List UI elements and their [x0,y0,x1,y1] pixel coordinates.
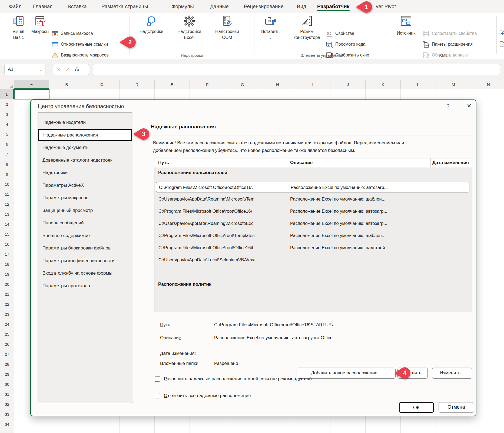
tab-review[interactable]: Рецензирование [244,0,284,12]
sidebar-item-6[interactable]: Параметры ActiveX [38,179,132,191]
column-header-B[interactable]: B [49,80,84,89]
column-header-N[interactable]: N [471,80,504,89]
active-cell-a1[interactable] [14,89,49,99]
row-header-15[interactable]: 15 [0,229,14,239]
row-header-20[interactable]: 20 [0,279,14,289]
column-header-G[interactable]: G [225,80,260,89]
tab-developer[interactable]: Разработчик [317,0,349,12]
row-header-18[interactable]: 18 [0,259,14,269]
row-header-9[interactable]: 9 [0,169,14,179]
sidebar-item-2[interactable]: Надежные расположения [38,129,132,141]
row-header-8[interactable]: 8 [0,159,14,169]
more-options-icon[interactable]: ⋮ [48,67,52,72]
addins-button[interactable]: Надстройки [135,15,168,55]
relative-references-button[interactable]: Относительные ссылки [51,40,108,49]
row-header-6[interactable]: 6 [0,139,14,149]
column-header-H[interactable]: H [260,80,295,89]
modify-button[interactable]: Изменить... [432,368,472,379]
sidebar-item-1[interactable]: Надежные издатели [38,116,132,128]
row-header-3[interactable]: 3 [0,109,14,119]
import-xml-icon[interactable]: <o> [499,41,504,48]
row-header-14[interactable]: 14 [0,219,14,229]
row-header-22[interactable]: 22 [0,299,14,309]
visual-basic-button[interactable]: Visual Basic [8,15,29,55]
sidebar-item-13[interactable]: Вход в службу на основе формы [38,267,132,279]
macros-button[interactable]: Макросы [30,15,51,55]
sidebar-item-11[interactable]: Параметры блокировки файлов [38,242,132,254]
row-header-27[interactable]: 27 [0,349,14,359]
sidebar-item-12[interactable]: Параметры конфиденциальности [38,255,132,267]
tab-home[interactable]: Главная [33,0,52,12]
row-header-33[interactable]: 33 [0,409,14,419]
row-header-21[interactable]: 21 [0,289,14,299]
row-header-26[interactable]: 26 [0,339,14,349]
tab-view[interactable]: Вид [297,0,306,12]
tab-file[interactable]: Файл [9,0,22,12]
view-code-button[interactable]: Просмотр кода [326,40,365,49]
row-header-4[interactable]: 4 [0,119,14,129]
sidebar-item-4[interactable]: Доверенные каталоги надстроек [38,154,132,166]
insert-controls-button[interactable]: Вставить ⌄ [257,15,284,55]
row-header-7[interactable]: 7 [0,149,14,159]
column-header-A[interactable]: A [14,80,49,89]
com-addins-button[interactable]: Надстройки COM [211,15,243,55]
column-header-date[interactable]: Дата изменения [432,158,469,167]
expansion-packs-button[interactable]: <o> Пакеты расширения [422,40,473,49]
row-header-32[interactable]: 32 [0,399,14,409]
column-header-L[interactable]: L [401,80,436,89]
row-header-25[interactable]: 25 [0,329,14,339]
table-row[interactable]: C:\Users\pavlo\AppData\Roaming\Microsoft… [156,194,469,205]
column-header-M[interactable]: M [436,80,471,89]
row-header-31[interactable]: 31 [0,389,14,399]
table-row[interactable]: C:\Users\pavlo\AppData\Local\SeleniumVBA… [156,255,469,265]
column-header-description[interactable]: Описание [290,158,313,167]
row-header-24[interactable]: 24 [0,319,14,329]
row-header-34[interactable]: 34 [0,419,14,429]
tab-insert[interactable]: Вставка [68,0,87,12]
row-header-5[interactable]: 5 [0,129,14,139]
record-macro-button[interactable]: Запись макроса [51,29,93,38]
sidebar-item-3[interactable]: Надежные документы [38,141,132,154]
table-row[interactable]: C:\Program Files\Microsoft Office\root\O… [156,182,469,192]
cancel-icon[interactable]: ✕ [57,67,61,72]
row-header-10[interactable]: 10 [0,179,14,189]
column-header-E[interactable]: E [155,80,190,89]
tab-power-pivot[interactable]: ver Pivot [376,0,396,12]
design-mode-button[interactable]: Режим конструктора [288,15,326,55]
sidebar-item-5[interactable]: Надстройки [38,166,132,179]
export-xml-icon[interactable] [499,30,504,37]
row-header-12[interactable]: 12 [0,199,14,209]
fx-chevron-icon[interactable]: ⌄ [84,68,87,72]
column-header-D[interactable]: D [120,80,155,89]
sidebar-item-10[interactable]: Внешнее содержимое [38,229,132,242]
disable-all-locations-checkbox[interactable] [155,393,160,398]
row-header-17[interactable]: 17 [0,249,14,259]
close-icon[interactable]: ✕ [465,103,473,109]
name-box[interactable]: A1 ⌄ [4,64,45,75]
column-header-F[interactable]: F [190,80,225,89]
select-all-corner[interactable] [0,80,14,89]
row-header-23[interactable]: 23 [0,309,14,319]
cancel-button[interactable]: Отмена [439,402,474,413]
row-header-2[interactable]: 2 [0,99,14,109]
ok-button[interactable]: ОК [399,402,434,413]
enter-icon[interactable]: ✓ [66,67,70,72]
excel-addins-button[interactable]: Надстройки Excel [173,15,205,55]
formula-input[interactable] [93,64,500,75]
column-header-path[interactable]: Путь [158,158,169,167]
row-header-1[interactable]: 1 [0,89,14,99]
row-header-29[interactable]: 29 [0,369,14,379]
tab-data[interactable]: Данные [210,0,229,12]
sidebar-item-7[interactable]: Параметры макросов [38,192,132,204]
sidebar-item-9[interactable]: Панель сообщений [38,217,132,229]
row-header-19[interactable]: 19 [0,269,14,279]
tab-formulas[interactable]: Формулы [171,0,194,12]
table-row[interactable]: C:\Program Files\Microsoft Office\root\O… [156,206,469,217]
column-header-C[interactable]: C [84,80,120,89]
xml-source-button[interactable]: Источник [392,15,420,55]
column-header-J[interactable]: J [330,80,366,89]
row-header-30[interactable]: 30 [0,379,14,389]
table-row[interactable]: C:\Program Files\Microsoft Office\root\O… [156,242,469,253]
help-icon[interactable]: ? [445,103,452,109]
row-header-16[interactable]: 16 [0,239,14,249]
